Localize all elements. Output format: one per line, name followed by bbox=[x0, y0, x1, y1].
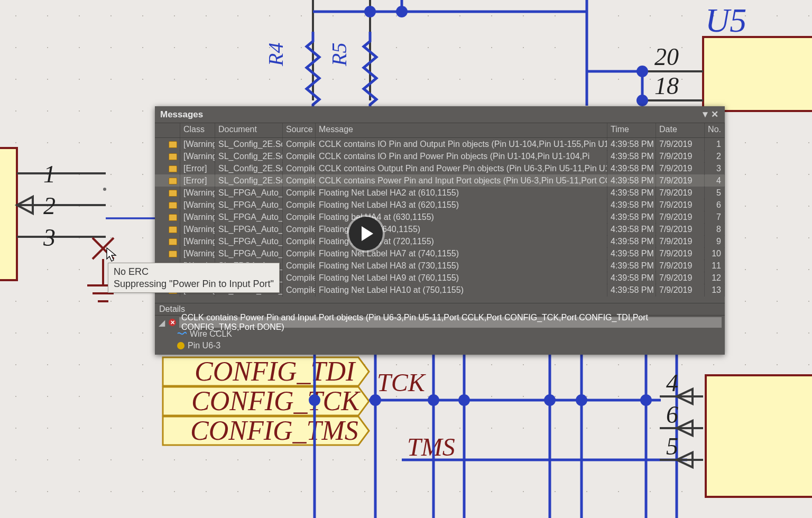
port-config-tdi[interactable]: CONFIG_TDI bbox=[163, 356, 369, 386]
details-row-main[interactable]: ◢ ✕ CCLK contains Power Pin and Input Po… bbox=[158, 317, 722, 328]
folder-icon bbox=[169, 153, 177, 160]
svg-point-47 bbox=[458, 394, 470, 406]
pin-label-18: 18 bbox=[654, 72, 679, 99]
svg-point-45 bbox=[370, 394, 381, 406]
svg-point-49 bbox=[576, 394, 587, 406]
panel-close-icon[interactable]: ✕ bbox=[710, 109, 719, 120]
message-row[interactable]: [Warning]SL_Config_2E.SchCompileCCLK con… bbox=[155, 150, 725, 162]
refdes-r5: R5 bbox=[327, 43, 351, 67]
refdes-u5: U5 bbox=[705, 2, 746, 39]
message-row[interactable]: [Warning]SL_FPGA_Auto_2ECompileFloating … bbox=[155, 187, 725, 199]
folder-icon bbox=[169, 251, 177, 257]
messages-panel-titlebar[interactable]: Messages ▼ ✕ bbox=[155, 106, 725, 123]
folder-icon bbox=[169, 226, 177, 233]
error-icon: ✕ bbox=[169, 319, 176, 326]
details-body[interactable]: ◢ ✕ CCLK contains Power Pin and Input Po… bbox=[155, 316, 725, 355]
col-source[interactable]: Source bbox=[283, 123, 316, 137]
message-row[interactable]: [Warning]SL_FPGA_Auto_2ECompileFloating … bbox=[155, 211, 725, 223]
pin-label-3: 3 bbox=[43, 224, 56, 251]
pin-icon bbox=[177, 342, 184, 349]
col-class[interactable]: Class bbox=[180, 123, 215, 137]
folder-icon bbox=[169, 190, 177, 197]
messages-panel[interactable]: Messages ▼ ✕ Class Document Source Messa… bbox=[155, 106, 725, 355]
svg-point-50 bbox=[640, 394, 652, 406]
details-pin-text: Pin U6-3 bbox=[188, 341, 220, 350]
tree-toggle-icon[interactable]: ◢ bbox=[158, 318, 165, 328]
net-label-tck: TCK bbox=[377, 368, 427, 396]
wire-icon bbox=[177, 329, 187, 339]
svg-rect-57 bbox=[706, 375, 812, 497]
pin-label-20: 20 bbox=[654, 43, 679, 70]
port-config-tms[interactable]: CONFIG_TMS bbox=[163, 415, 369, 446]
folder-icon bbox=[169, 178, 177, 184]
col-document[interactable]: Document bbox=[215, 123, 283, 137]
svg-text:CONFIG_TDI: CONFIG_TDI bbox=[195, 356, 356, 386]
details-wire-text: Wire CCLK bbox=[190, 329, 232, 339]
no-erc-marker[interactable] bbox=[93, 238, 114, 259]
col-time[interactable]: Time bbox=[607, 123, 656, 137]
folder-icon bbox=[169, 165, 177, 172]
pin-label-1: 1 bbox=[43, 161, 56, 188]
folder-icon bbox=[169, 202, 177, 209]
tooltip-no-erc: No ERC Suppressing "Power Pin to Input P… bbox=[108, 263, 280, 293]
details-main-text: CCLK contains Power Pin and Input Port o… bbox=[179, 317, 722, 328]
folder-icon bbox=[169, 141, 177, 148]
svg-text:CONFIG_TMS: CONFIG_TMS bbox=[190, 415, 358, 446]
message-row[interactable]: [Warning]SL_FPGA_Auto_2ECompileFloating … bbox=[155, 247, 725, 260]
pin-label-6: 6 bbox=[666, 401, 678, 428]
pin-label-4: 4 bbox=[666, 369, 678, 396]
message-row[interactable]: [Error]SL_Config_2E.SchCompileCCLK conta… bbox=[155, 162, 725, 174]
messages-grid-header[interactable]: Class Document Source Message Time Date … bbox=[155, 123, 725, 138]
folder-icon bbox=[169, 214, 177, 221]
play-button[interactable] bbox=[349, 217, 383, 251]
svg-point-46 bbox=[428, 394, 439, 406]
pin-label-2: 2 bbox=[43, 192, 56, 219]
pin-label-5: 5 bbox=[666, 433, 678, 460]
panel-dropdown-icon[interactable]: ▼ bbox=[700, 109, 710, 120]
message-row[interactable]: [Warning]SL_FPGA_Auto_2ECompileFloating … bbox=[155, 199, 725, 211]
svg-rect-15 bbox=[0, 148, 17, 280]
col-date[interactable]: Date bbox=[656, 123, 705, 137]
details-row-pin[interactable]: Pin U6-3 bbox=[158, 340, 722, 352]
refdes-r4: R4 bbox=[264, 43, 288, 67]
message-row[interactable]: [Error]SL_Config_2E.SchCompileCCLK conta… bbox=[155, 174, 725, 187]
col-message[interactable]: Message bbox=[316, 123, 607, 137]
message-row[interactable]: [Warning]SL_FPGA_Auto_2ECompileFloating … bbox=[155, 235, 725, 247]
svg-point-48 bbox=[544, 394, 556, 406]
play-icon bbox=[362, 226, 373, 241]
message-row[interactable]: [Warning]SL_Config_2E.SchCompileCCLK con… bbox=[155, 138, 725, 150]
svg-rect-8 bbox=[703, 37, 812, 111]
svg-point-20 bbox=[103, 188, 106, 191]
folder-icon bbox=[169, 238, 177, 245]
svg-point-44 bbox=[309, 394, 320, 406]
svg-text:CONFIG_TCK: CONFIG_TCK bbox=[191, 386, 361, 416]
port-config-tck[interactable]: CONFIG_TCK bbox=[163, 386, 369, 416]
tooltip-line2: Suppressing "Power Pin to Input Port" bbox=[114, 278, 274, 290]
messages-panel-title: Messages bbox=[160, 109, 203, 120]
svg-point-7 bbox=[396, 6, 408, 17]
net-label-tms: TMS bbox=[407, 433, 455, 461]
tooltip-line1: No ERC bbox=[114, 266, 274, 278]
message-row[interactable]: [Warning]SL_FPGA_Auto_2ECompileFloating … bbox=[155, 223, 725, 235]
svg-point-6 bbox=[364, 6, 376, 17]
component-r4[interactable]: R4 bbox=[264, 32, 319, 111]
col-no[interactable]: No. bbox=[705, 123, 725, 137]
